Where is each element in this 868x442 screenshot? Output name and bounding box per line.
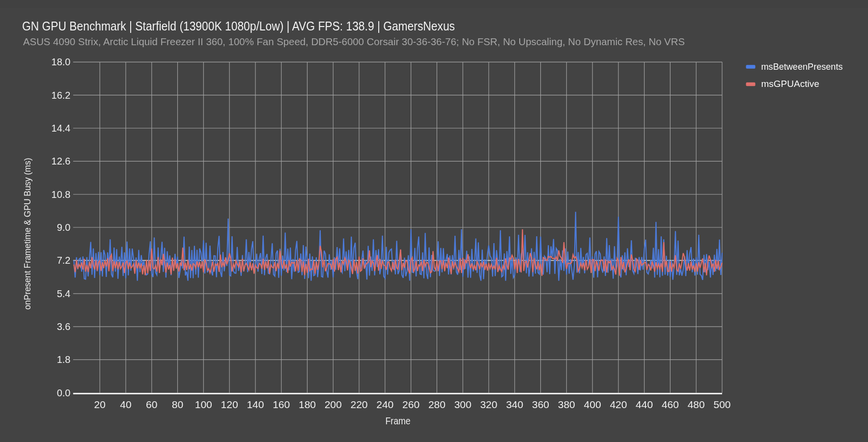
svg-text:Frame: Frame bbox=[386, 415, 411, 426]
svg-text:340: 340 bbox=[506, 399, 523, 410]
svg-text:400: 400 bbox=[584, 399, 601, 410]
svg-text:260: 260 bbox=[402, 399, 420, 410]
svg-text:120: 120 bbox=[221, 399, 238, 410]
svg-text:0.0: 0.0 bbox=[57, 387, 71, 398]
svg-text:40: 40 bbox=[120, 399, 131, 410]
svg-text:60: 60 bbox=[146, 399, 157, 410]
svg-text:500: 500 bbox=[713, 399, 730, 410]
svg-text:16.2: 16.2 bbox=[52, 90, 71, 101]
svg-text:460: 460 bbox=[662, 399, 679, 410]
svg-text:280: 280 bbox=[428, 399, 446, 410]
svg-text:420: 420 bbox=[610, 399, 627, 410]
svg-text:440: 440 bbox=[636, 399, 653, 410]
svg-text:9.0: 9.0 bbox=[57, 222, 71, 233]
svg-text:320: 320 bbox=[480, 399, 497, 410]
svg-text:360: 360 bbox=[532, 399, 549, 410]
svg-text:200: 200 bbox=[325, 399, 342, 410]
svg-text:240: 240 bbox=[376, 399, 393, 410]
svg-text:3.6: 3.6 bbox=[57, 321, 71, 332]
svg-text:480: 480 bbox=[688, 399, 705, 410]
svg-text:ASUS 4090 Strix, Arctic Liquid: ASUS 4090 Strix, Arctic Liquid Freezer I… bbox=[23, 36, 685, 47]
svg-text:GN GPU Benchmark | Starfield (: GN GPU Benchmark | Starfield (13900K 108… bbox=[22, 19, 455, 33]
svg-text:12.6: 12.6 bbox=[52, 156, 71, 166]
svg-text:msGPUActive: msGPUActive bbox=[761, 79, 819, 89]
svg-text:18.0: 18.0 bbox=[52, 56, 71, 67]
svg-text:220: 220 bbox=[350, 399, 367, 410]
svg-text:140: 140 bbox=[247, 399, 264, 410]
svg-text:msBetweenPresents: msBetweenPresents bbox=[761, 61, 843, 72]
svg-text:10.8: 10.8 bbox=[52, 189, 71, 200]
svg-text:onPresent Frametime & GPU Busy: onPresent Frametime & GPU Busy (ms) bbox=[22, 158, 32, 310]
svg-text:300: 300 bbox=[454, 399, 472, 410]
svg-text:7.2: 7.2 bbox=[57, 255, 71, 266]
svg-text:160: 160 bbox=[273, 399, 290, 410]
svg-text:380: 380 bbox=[558, 399, 575, 410]
svg-text:100: 100 bbox=[195, 399, 212, 410]
svg-text:80: 80 bbox=[172, 399, 183, 410]
svg-text:14.4: 14.4 bbox=[52, 123, 71, 134]
svg-text:20: 20 bbox=[94, 399, 106, 410]
svg-text:180: 180 bbox=[299, 399, 316, 410]
svg-text:5.4: 5.4 bbox=[57, 288, 71, 299]
svg-text:1.8: 1.8 bbox=[57, 354, 71, 365]
